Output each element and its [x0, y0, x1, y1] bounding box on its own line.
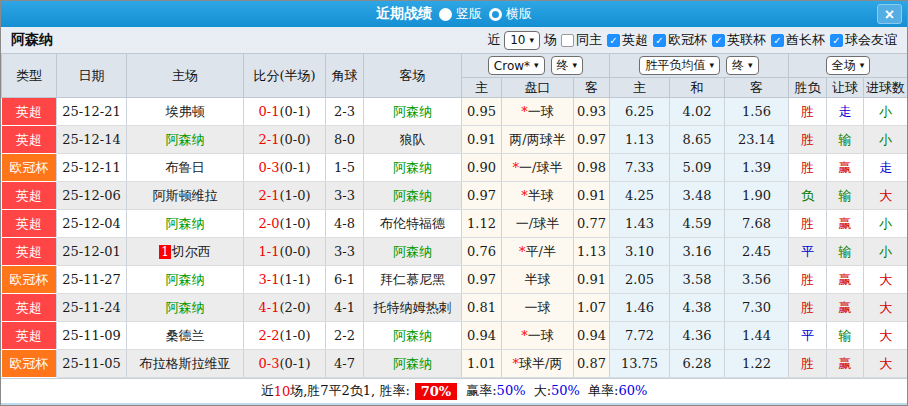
- results-table: 类型 日期 主场 比分(半场) 角球 客场 Crow*▾ 终▾ 胜平负均值▾ 终…: [1, 53, 908, 378]
- handicap-cell: *半球: [502, 182, 574, 210]
- away-team-name: 托特纳姆热刺: [374, 300, 452, 315]
- checkbox-icon[interactable]: [561, 34, 574, 47]
- handicap-cell: *一球: [502, 98, 574, 126]
- odds-time-value: 终: [557, 57, 569, 74]
- handicap-result-cell: 赢: [827, 154, 864, 182]
- corner-score-cell: 3-3: [326, 182, 364, 210]
- avg-time-dropdown[interactable]: 终▾: [726, 56, 759, 75]
- avg-draw-cell: 3.16: [670, 238, 725, 266]
- halftime-score: (1-0): [279, 328, 310, 343]
- filter-checkbox[interactable]: ✓球会友谊: [830, 31, 897, 49]
- radio-icon[interactable]: [489, 8, 502, 21]
- result-scope-dropdown[interactable]: 全场▾: [826, 56, 871, 75]
- table-row: 英超25-11-24阿森纳4-1(2-0)4-1托特纳姆热刺0.81一球1.07…: [2, 294, 908, 322]
- home-team-name: 阿森纳: [166, 272, 205, 287]
- fulltime-score: 2-1: [258, 188, 279, 203]
- match-type-badge: 英超: [2, 210, 57, 238]
- chevron-down-icon: ▾: [748, 61, 753, 70]
- odds-home-cell: 0.97: [462, 182, 502, 210]
- odds-time-dropdown[interactable]: 终▾: [551, 56, 584, 75]
- corner-score-cell: 4-7: [326, 350, 364, 378]
- subheader-result: 胜负: [789, 78, 827, 98]
- goals-result-cell: 小: [864, 210, 908, 238]
- avg-header-group: 胜平负均值▾ 终▾: [610, 54, 789, 78]
- chevron-down-icon: ▾: [709, 61, 714, 70]
- fulltime-result-cell: 平: [789, 238, 827, 266]
- filter-checkbox[interactable]: ✓酋长杯: [771, 31, 825, 49]
- fulltime-score: 1-1: [258, 244, 279, 259]
- stat-value: 50%: [551, 383, 580, 398]
- away-team-name: 阿森纳: [393, 356, 432, 371]
- radio-icon[interactable]: [439, 8, 452, 21]
- fulltime-score: 4-1: [258, 300, 279, 315]
- halftime-score: (0-1): [279, 104, 310, 119]
- checkbox-icon[interactable]: ✓: [830, 34, 843, 47]
- match-count-select[interactable]: 10 ▾: [504, 31, 540, 50]
- corner-score-cell: 3-3: [326, 238, 364, 266]
- table-row: 英超25-11-09桑德兰2-2(1-0)2-2阿森纳0.94*一球0.947.…: [2, 322, 908, 350]
- filter-checkbox[interactable]: 同主: [561, 31, 602, 49]
- away-team-name: 阿森纳: [393, 188, 432, 203]
- summary-prefix: 近: [261, 382, 274, 400]
- fulltime-result-cell: 胜: [789, 154, 827, 182]
- fulltime-result-cell: 胜: [789, 294, 827, 322]
- handicap-cell: 一/球半: [502, 210, 574, 238]
- halftime-score: (1-0): [279, 188, 310, 203]
- odds-home-cell: 0.81: [462, 294, 502, 322]
- avg-draw-cell: 4.59: [670, 210, 725, 238]
- filter-checkbox[interactable]: ✓欧冠杯: [653, 31, 707, 49]
- checkbox-icon[interactable]: ✓: [653, 34, 666, 47]
- score-cell: 1-1(0-0): [244, 238, 326, 266]
- handicap-cell: *平/半: [502, 238, 574, 266]
- checkbox-icon[interactable]: ✓: [712, 34, 725, 47]
- odds-away-cell: 0.97: [574, 126, 610, 154]
- handicap-name: 一球: [528, 328, 554, 343]
- home-team-name: 阿森纳: [166, 300, 205, 315]
- match-type-badge: 英超: [2, 238, 57, 266]
- odds-home-cell: 1.12: [462, 210, 502, 238]
- table-header: 类型 日期 主场 比分(半场) 角球 客场 Crow*▾ 终▾ 胜平负均值▾ 终…: [2, 54, 908, 98]
- view-mode-option[interactable]: 竖版: [439, 5, 482, 23]
- checkbox-label: 英联杯: [727, 31, 766, 49]
- goals-result-cell: 小: [864, 98, 908, 126]
- filter-checkbox[interactable]: ✓英超: [607, 31, 648, 49]
- handicap-name: 一/球半: [519, 160, 562, 175]
- subheader-avg-away: 客: [725, 78, 789, 98]
- date-cell: 25-12-11: [57, 154, 127, 182]
- date-cell: 25-11-09: [57, 322, 127, 350]
- close-button[interactable]: ×: [877, 4, 902, 24]
- avg-home-cell: 13.75: [610, 350, 670, 378]
- radio-label: 横版: [506, 5, 532, 23]
- date-cell: 25-11-05: [57, 350, 127, 378]
- handicap-result-cell: 赢: [827, 266, 864, 294]
- away-team-name: 阿森纳: [393, 160, 432, 175]
- handicap-result-cell: 输: [827, 126, 864, 154]
- checkbox-icon[interactable]: ✓: [607, 34, 620, 47]
- home-team-name: 阿森纳: [166, 132, 205, 147]
- home-team-cell: 阿森纳: [127, 210, 244, 238]
- filter-checkbox[interactable]: ✓英联杯: [712, 31, 766, 49]
- summary-record: 场,胜7平2负1, 胜率:: [290, 382, 410, 400]
- corner-score-cell: 4-8: [326, 210, 364, 238]
- avg-draw-cell: 3.48: [670, 182, 725, 210]
- avg-home-cell: 2.05: [610, 266, 670, 294]
- table-row: 欧冠杯25-11-05布拉格斯拉维亚0-3(0-1)4-7阿森纳1.01*球半/…: [2, 350, 908, 378]
- match-type-badge: 欧冠杯: [2, 154, 57, 182]
- subheader-odds-away: 客: [574, 78, 610, 98]
- handicap-name: 一球: [528, 104, 554, 119]
- avg-type-dropdown[interactable]: 胜平负均值▾: [639, 56, 720, 75]
- checkbox-label: 英超: [622, 31, 648, 49]
- checkbox-icon[interactable]: ✓: [771, 34, 784, 47]
- odds-company-dropdown[interactable]: Crow*▾: [488, 56, 545, 75]
- view-mode-option[interactable]: 横版: [489, 5, 532, 23]
- table-row: 英超25-12-011切尔西1-1(0-0)3-3阿森纳0.76*平/半1.13…: [2, 238, 908, 266]
- odds-away-cell: 0.91: [574, 266, 610, 294]
- away-team-cell: 拜仁慕尼黑: [364, 266, 462, 294]
- subheader-avg-draw: 和: [670, 78, 725, 98]
- avg-away-cell: 1.39: [725, 154, 789, 182]
- score-cell: 2-0(1-0): [244, 210, 326, 238]
- match-type-badge: 英超: [2, 294, 57, 322]
- away-team-cell: 布伦特福德: [364, 210, 462, 238]
- odds-away-cell: 0.98: [574, 154, 610, 182]
- table-row: 英超25-12-04阿森纳2-0(1-0)4-8布伦特福德1.12一/球半0.7…: [2, 210, 908, 238]
